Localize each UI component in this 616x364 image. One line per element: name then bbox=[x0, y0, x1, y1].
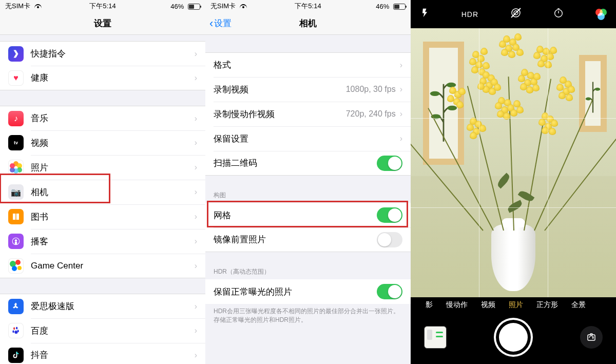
settings-douyin[interactable]: 抖音 › bbox=[0, 343, 205, 364]
settings-title: 设置 bbox=[94, 17, 111, 29]
settings-root-panel: 无SIM卡 下午5:14 46% 设置 快捷指令 › ♥ 健康 › ♪ 音乐 › bbox=[0, 0, 205, 364]
music-icon: ♪ bbox=[8, 111, 24, 126]
status-time: 下午5:14 bbox=[0, 2, 205, 11]
mode-square[interactable]: 正方形 bbox=[536, 300, 558, 310]
settings-aisi[interactable]: 爱思极速版 › bbox=[0, 294, 205, 318]
aisi-icon bbox=[8, 299, 24, 314]
settings-shortcuts[interactable]: 快捷指令 › bbox=[0, 41, 205, 66]
settings-camera[interactable]: 📷 相机 › bbox=[0, 180, 205, 204]
vase bbox=[491, 224, 535, 291]
mode-partial[interactable]: 影 bbox=[426, 300, 433, 310]
grid-line bbox=[411, 207, 616, 208]
live-off-icon[interactable] bbox=[510, 7, 522, 22]
camera-flip-button[interactable] bbox=[580, 326, 603, 349]
camera-settings-panel: 无SIM卡 下午5:14 46% ‹ 设置 相机 格式 › 录制视频 1080p… bbox=[205, 0, 411, 364]
svg-point-2 bbox=[13, 327, 15, 330]
chevron-right-icon: › bbox=[195, 326, 197, 335]
camera-grid: 网格 bbox=[205, 203, 411, 227]
svg-point-15 bbox=[595, 88, 601, 91]
books-icon bbox=[8, 209, 24, 224]
chevron-right-icon: › bbox=[195, 138, 197, 147]
mirror-front-switch[interactable] bbox=[377, 232, 402, 247]
keep-normal-switch[interactable] bbox=[377, 284, 402, 299]
shutter-button[interactable] bbox=[496, 320, 531, 355]
svg-point-5 bbox=[17, 330, 19, 332]
chevron-right-icon: › bbox=[195, 73, 197, 83]
camera-bottom-bar: 影 慢动作 视频 照片 正方形 全景 bbox=[411, 297, 616, 364]
status-bar: 无SIM卡 下午5:14 46% bbox=[0, 0, 205, 12]
camera-app-panel: HDR bbox=[411, 0, 616, 364]
hdr-button[interactable]: HDR bbox=[461, 10, 478, 18]
grid-switch[interactable] bbox=[377, 207, 402, 223]
gamecenter-icon bbox=[8, 258, 24, 274]
photos-icon bbox=[8, 160, 24, 175]
camera-preserve-settings[interactable]: 保留设置 › bbox=[205, 126, 411, 151]
chevron-right-icon: › bbox=[195, 163, 197, 172]
douyin-icon bbox=[8, 348, 24, 363]
chevron-right-icon: › bbox=[195, 114, 197, 123]
podcasts-icon bbox=[8, 234, 24, 249]
nav-bar: ‹ 设置 相机 bbox=[205, 12, 411, 35]
status-time: 下午5:14 bbox=[205, 2, 411, 11]
camera-scan-qr: 扫描二维码 bbox=[205, 151, 411, 176]
settings-books[interactable]: 图书 › bbox=[0, 204, 205, 229]
mode-video[interactable]: 视频 bbox=[481, 300, 495, 310]
svg-point-9 bbox=[555, 10, 563, 17]
chevron-right-icon: › bbox=[400, 109, 402, 119]
timer-icon[interactable] bbox=[553, 7, 564, 21]
chevron-right-icon: › bbox=[195, 237, 197, 246]
svg-point-12 bbox=[430, 91, 440, 96]
svg-point-3 bbox=[16, 327, 17, 330]
scan-qr-switch[interactable] bbox=[377, 156, 402, 171]
flash-icon[interactable] bbox=[420, 8, 430, 21]
mode-slomo[interactable]: 慢动作 bbox=[446, 300, 468, 310]
composition-header: 构图 bbox=[205, 189, 411, 203]
chevron-right-icon: › bbox=[195, 187, 197, 197]
svg-point-14 bbox=[586, 98, 591, 101]
svg-point-4 bbox=[12, 330, 14, 333]
settings-podcasts[interactable]: 播客 › bbox=[0, 229, 205, 254]
settings-tv[interactable]: tv 视频 › bbox=[0, 130, 205, 155]
chevron-right-icon: › bbox=[195, 212, 197, 221]
camera-modes[interactable]: 影 慢动作 视频 照片 正方形 全景 bbox=[411, 297, 616, 311]
record-slomo-detail: 720p, 240 fps bbox=[346, 109, 396, 119]
health-icon: ♥ bbox=[8, 70, 24, 86]
chevron-right-icon: › bbox=[195, 351, 197, 360]
chevron-right-icon: › bbox=[195, 302, 197, 311]
settings-baidu[interactable]: 百度 › bbox=[0, 318, 205, 343]
status-bar: 无SIM卡 下午5:14 46% bbox=[205, 0, 411, 12]
settings-gamecenter[interactable]: Game Center › bbox=[0, 254, 205, 278]
svg-line-8 bbox=[511, 8, 521, 17]
battery-icon bbox=[393, 4, 406, 10]
grid-line bbox=[479, 28, 479, 297]
camera-format[interactable]: 格式 › bbox=[205, 52, 411, 77]
chevron-left-icon: ‹ bbox=[209, 17, 213, 30]
grid-line bbox=[548, 28, 548, 297]
camera-mirror-front: 镜像前置照片 bbox=[205, 227, 411, 252]
svg-point-0 bbox=[15, 239, 17, 242]
camera-top-bar: HDR bbox=[411, 0, 616, 28]
mode-pano[interactable]: 全景 bbox=[571, 300, 586, 310]
camera-viewfinder[interactable] bbox=[411, 28, 616, 297]
shortcuts-icon bbox=[8, 46, 24, 62]
camera-record-video[interactable]: 录制视频 1080p, 30 fps › bbox=[205, 77, 411, 102]
hdr-footer: HDR会用三张曝光程度各不相同的照片的最佳部分合并出一张照片。存储正常曝光的照片… bbox=[205, 304, 411, 328]
settings-health[interactable]: ♥ 健康 › bbox=[0, 66, 205, 90]
settings-photos[interactable]: 照片 › bbox=[0, 155, 205, 180]
mode-photo[interactable]: 照片 bbox=[509, 300, 523, 310]
flower-arrangement bbox=[447, 41, 580, 231]
camera-keep-normal-photo: 保留正常曝光的照片 bbox=[205, 279, 411, 304]
back-button[interactable]: ‹ 设置 bbox=[209, 12, 232, 34]
record-video-detail: 1080p, 30 fps bbox=[346, 85, 396, 94]
camera-title: 相机 bbox=[299, 17, 317, 29]
chevron-right-icon: › bbox=[195, 49, 197, 59]
camera-record-slomo[interactable]: 录制慢动作视频 720p, 240 fps › bbox=[205, 102, 411, 126]
filters-icon[interactable] bbox=[595, 9, 607, 20]
camera-icon: 📷 bbox=[8, 184, 24, 200]
settings-music[interactable]: ♪ 音乐 › bbox=[0, 106, 205, 130]
last-photo-thumbnail[interactable] bbox=[424, 326, 447, 349]
chevron-right-icon: › bbox=[195, 261, 197, 271]
baidu-icon bbox=[8, 323, 24, 338]
chevron-right-icon: › bbox=[400, 134, 402, 143]
battery-icon bbox=[188, 4, 200, 10]
